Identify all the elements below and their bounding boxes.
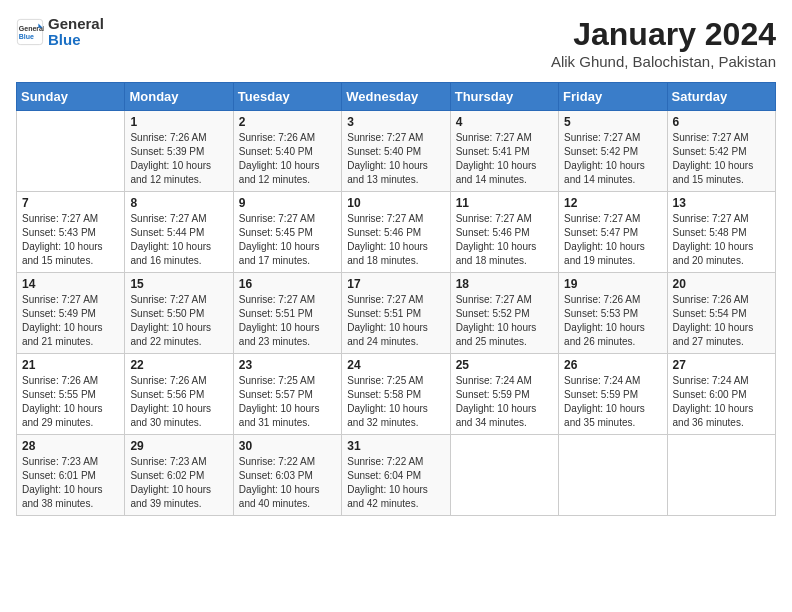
day-info: Sunrise: 7:27 AM Sunset: 5:44 PM Dayligh… [130,212,227,268]
logo-icon: General Blue [16,18,44,46]
calendar-cell-w5d3: 30 Sunrise: 7:22 AM Sunset: 6:03 PM Dayl… [233,435,341,516]
calendar-cell-w1d7: 6 Sunrise: 7:27 AM Sunset: 5:42 PM Dayli… [667,111,775,192]
calendar-cell-w1d4: 3 Sunrise: 7:27 AM Sunset: 5:40 PM Dayli… [342,111,450,192]
logo-general-text: General [48,15,104,32]
weekday-header-monday: Monday [125,83,233,111]
day-info: Sunrise: 7:27 AM Sunset: 5:49 PM Dayligh… [22,293,119,349]
weekday-header-wednesday: Wednesday [342,83,450,111]
day-number: 30 [239,439,336,453]
calendar-cell-w5d5 [450,435,558,516]
day-info: Sunrise: 7:27 AM Sunset: 5:48 PM Dayligh… [673,212,770,268]
day-number: 21 [22,358,119,372]
calendar-cell-w2d3: 9 Sunrise: 7:27 AM Sunset: 5:45 PM Dayli… [233,192,341,273]
day-number: 18 [456,277,553,291]
day-number: 31 [347,439,444,453]
day-number: 9 [239,196,336,210]
calendar-cell-w1d3: 2 Sunrise: 7:26 AM Sunset: 5:40 PM Dayli… [233,111,341,192]
calendar-cell-w4d1: 21 Sunrise: 7:26 AM Sunset: 5:55 PM Dayl… [17,354,125,435]
day-info: Sunrise: 7:24 AM Sunset: 6:00 PM Dayligh… [673,374,770,430]
day-info: Sunrise: 7:26 AM Sunset: 5:53 PM Dayligh… [564,293,661,349]
day-info: Sunrise: 7:27 AM Sunset: 5:43 PM Dayligh… [22,212,119,268]
day-info: Sunrise: 7:22 AM Sunset: 6:03 PM Dayligh… [239,455,336,511]
day-info: Sunrise: 7:27 AM Sunset: 5:42 PM Dayligh… [673,131,770,187]
day-number: 1 [130,115,227,129]
day-number: 17 [347,277,444,291]
day-number: 28 [22,439,119,453]
calendar-week-5: 28 Sunrise: 7:23 AM Sunset: 6:01 PM Dayl… [17,435,776,516]
day-number: 20 [673,277,770,291]
day-number: 14 [22,277,119,291]
day-number: 2 [239,115,336,129]
calendar-cell-w2d7: 13 Sunrise: 7:27 AM Sunset: 5:48 PM Dayl… [667,192,775,273]
weekday-header-saturday: Saturday [667,83,775,111]
calendar-cell-w5d7 [667,435,775,516]
day-info: Sunrise: 7:27 AM Sunset: 5:50 PM Dayligh… [130,293,227,349]
day-number: 27 [673,358,770,372]
calendar-cell-w1d2: 1 Sunrise: 7:26 AM Sunset: 5:39 PM Dayli… [125,111,233,192]
day-info: Sunrise: 7:27 AM Sunset: 5:52 PM Dayligh… [456,293,553,349]
calendar-cell-w1d6: 5 Sunrise: 7:27 AM Sunset: 5:42 PM Dayli… [559,111,667,192]
day-number: 12 [564,196,661,210]
calendar-cell-w1d5: 4 Sunrise: 7:27 AM Sunset: 5:41 PM Dayli… [450,111,558,192]
day-info: Sunrise: 7:23 AM Sunset: 6:02 PM Dayligh… [130,455,227,511]
day-number: 4 [456,115,553,129]
calendar-cell-w3d3: 16 Sunrise: 7:27 AM Sunset: 5:51 PM Dayl… [233,273,341,354]
calendar-week-1: 1 Sunrise: 7:26 AM Sunset: 5:39 PM Dayli… [17,111,776,192]
day-number: 7 [22,196,119,210]
calendar-cell-w4d4: 24 Sunrise: 7:25 AM Sunset: 5:58 PM Dayl… [342,354,450,435]
logo-blue-text: Blue [48,31,81,48]
calendar-cell-w4d5: 25 Sunrise: 7:24 AM Sunset: 5:59 PM Dayl… [450,354,558,435]
day-info: Sunrise: 7:27 AM Sunset: 5:40 PM Dayligh… [347,131,444,187]
day-number: 24 [347,358,444,372]
calendar-body: 1 Sunrise: 7:26 AM Sunset: 5:39 PM Dayli… [17,111,776,516]
page-header: General Blue General Blue January 2024 A… [16,16,776,70]
calendar-cell-w4d6: 26 Sunrise: 7:24 AM Sunset: 5:59 PM Dayl… [559,354,667,435]
day-info: Sunrise: 7:26 AM Sunset: 5:56 PM Dayligh… [130,374,227,430]
day-number: 13 [673,196,770,210]
day-info: Sunrise: 7:25 AM Sunset: 5:58 PM Dayligh… [347,374,444,430]
calendar-cell-w5d4: 31 Sunrise: 7:22 AM Sunset: 6:04 PM Dayl… [342,435,450,516]
svg-text:Blue: Blue [19,33,34,40]
calendar-cell-w5d6 [559,435,667,516]
location-subtitle: Alik Ghund, Balochistan, Pakistan [551,53,776,70]
calendar-week-2: 7 Sunrise: 7:27 AM Sunset: 5:43 PM Dayli… [17,192,776,273]
day-info: Sunrise: 7:27 AM Sunset: 5:46 PM Dayligh… [347,212,444,268]
calendar-week-3: 14 Sunrise: 7:27 AM Sunset: 5:49 PM Dayl… [17,273,776,354]
calendar-cell-w2d1: 7 Sunrise: 7:27 AM Sunset: 5:43 PM Dayli… [17,192,125,273]
weekday-header-tuesday: Tuesday [233,83,341,111]
day-number: 19 [564,277,661,291]
calendar-cell-w4d7: 27 Sunrise: 7:24 AM Sunset: 6:00 PM Dayl… [667,354,775,435]
day-info: Sunrise: 7:27 AM Sunset: 5:51 PM Dayligh… [347,293,444,349]
day-number: 15 [130,277,227,291]
calendar-cell-w3d1: 14 Sunrise: 7:27 AM Sunset: 5:49 PM Dayl… [17,273,125,354]
day-info: Sunrise: 7:27 AM Sunset: 5:46 PM Dayligh… [456,212,553,268]
weekday-header-row: SundayMondayTuesdayWednesdayThursdayFrid… [17,83,776,111]
calendar-cell-w5d2: 29 Sunrise: 7:23 AM Sunset: 6:02 PM Dayl… [125,435,233,516]
day-number: 3 [347,115,444,129]
day-info: Sunrise: 7:26 AM Sunset: 5:55 PM Dayligh… [22,374,119,430]
day-info: Sunrise: 7:27 AM Sunset: 5:41 PM Dayligh… [456,131,553,187]
weekday-header-sunday: Sunday [17,83,125,111]
calendar-cell-w4d2: 22 Sunrise: 7:26 AM Sunset: 5:56 PM Dayl… [125,354,233,435]
day-number: 16 [239,277,336,291]
calendar-cell-w3d5: 18 Sunrise: 7:27 AM Sunset: 5:52 PM Dayl… [450,273,558,354]
calendar-cell-w2d4: 10 Sunrise: 7:27 AM Sunset: 5:46 PM Dayl… [342,192,450,273]
day-info: Sunrise: 7:25 AM Sunset: 5:57 PM Dayligh… [239,374,336,430]
logo: General Blue General Blue [16,16,104,48]
calendar-cell-w1d1 [17,111,125,192]
month-year-title: January 2024 [551,16,776,53]
calendar-table: SundayMondayTuesdayWednesdayThursdayFrid… [16,82,776,516]
day-info: Sunrise: 7:26 AM Sunset: 5:39 PM Dayligh… [130,131,227,187]
day-info: Sunrise: 7:26 AM Sunset: 5:54 PM Dayligh… [673,293,770,349]
day-number: 26 [564,358,661,372]
day-number: 6 [673,115,770,129]
day-number: 8 [130,196,227,210]
day-number: 29 [130,439,227,453]
day-number: 5 [564,115,661,129]
calendar-cell-w3d2: 15 Sunrise: 7:27 AM Sunset: 5:50 PM Dayl… [125,273,233,354]
day-number: 23 [239,358,336,372]
svg-rect-0 [17,19,42,44]
day-info: Sunrise: 7:24 AM Sunset: 5:59 PM Dayligh… [456,374,553,430]
day-info: Sunrise: 7:27 AM Sunset: 5:47 PM Dayligh… [564,212,661,268]
weekday-header-thursday: Thursday [450,83,558,111]
